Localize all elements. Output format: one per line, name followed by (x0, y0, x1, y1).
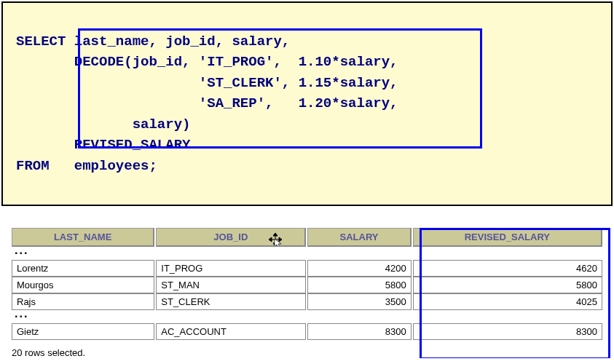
cell-salary: 3500 (307, 293, 411, 310)
cell-revised-salary: 4025 (413, 293, 602, 310)
results-area: LAST_NAME JOB_ID SALARY REVISED_SALARY .… (0, 228, 614, 358)
sql-code-block: SELECT last_name, job_id, salary, DECODE… (1, 1, 613, 206)
header-salary: SALARY (307, 228, 411, 247)
sql-line-2: DECODE(job_id, 'IT_PROG', 1.10*salary, (16, 54, 398, 70)
sql-line-4: 'SA_REP', 1.20*salary, (16, 95, 398, 111)
sql-line-5: salary) (16, 116, 190, 132)
sql-line-1: SELECT last_name, job_id, salary, (16, 33, 290, 50)
cell-job-id: AC_ACCOUNT (156, 323, 306, 340)
cell-salary: 4200 (307, 260, 411, 277)
ellipsis-row-top: ... (12, 247, 602, 260)
cell-last-name: Rajs (12, 293, 154, 310)
header-last-name: LAST_NAME (12, 228, 154, 247)
ellipsis-row-mid: ... (12, 310, 602, 323)
cell-job-id: IT_PROG (156, 260, 306, 277)
results-table: LAST_NAME JOB_ID SALARY REVISED_SALARY .… (10, 228, 604, 340)
ellipsis-text: ... (15, 244, 28, 256)
sql-line-3: 'ST_CLERK', 1.15*salary, (16, 75, 398, 91)
ellipsis-text: ... (15, 307, 28, 320)
table-header-row: LAST_NAME JOB_ID SALARY REVISED_SALARY (12, 228, 602, 247)
header-job-id: JOB_ID (156, 228, 306, 247)
cell-job-id: ST_MAN (156, 277, 306, 293)
sql-line-7: FROM employees; (16, 158, 157, 174)
cell-revised-salary: 4620 (413, 260, 602, 277)
cell-revised-salary: 5800 (413, 277, 602, 293)
cell-last-name: Mourgos (12, 277, 154, 293)
table-row: Lorentz IT_PROG 4200 4620 (12, 260, 602, 277)
cell-salary: 5800 (307, 277, 411, 293)
cell-last-name: Gietz (12, 323, 154, 340)
table-row: Mourgos ST_MAN 5800 5800 (12, 277, 602, 293)
cell-revised-salary: 8300 (413, 323, 602, 340)
sql-line-6: REVISED_SALARY (16, 137, 190, 153)
cell-job-id: ST_CLERK (156, 293, 306, 310)
header-revised-salary: REVISED_SALARY (413, 228, 602, 247)
rows-selected-text: 20 rows selected. (10, 340, 604, 358)
table-row: Rajs ST_CLERK 3500 4025 (12, 293, 602, 310)
cell-salary: 8300 (307, 323, 411, 340)
table-row: Gietz AC_ACCOUNT 8300 8300 (12, 323, 602, 340)
cell-last-name: Lorentz (12, 260, 154, 277)
